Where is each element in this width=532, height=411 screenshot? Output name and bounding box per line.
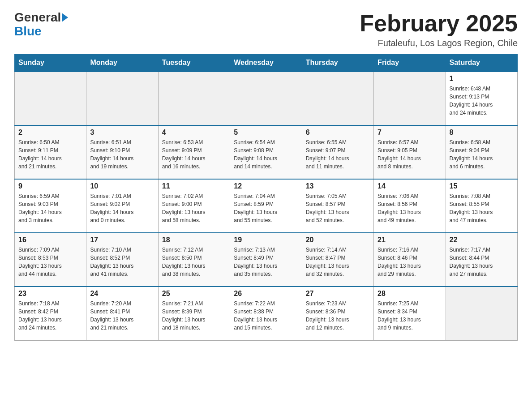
logo-text: General <box>14 11 68 25</box>
day-number: 5 <box>234 128 298 137</box>
calendar-cell: 26Sunrise: 7:22 AM Sunset: 8:38 PM Dayli… <box>230 287 302 340</box>
col-header-thursday: Thursday <box>302 54 373 72</box>
day-number: 20 <box>306 236 370 244</box>
calendar-cell <box>86 72 158 125</box>
calendar-cell: 14Sunrise: 7:06 AM Sunset: 8:56 PM Dayli… <box>374 179 446 233</box>
day-number: 21 <box>378 236 442 244</box>
day-info: Sunrise: 7:16 AM Sunset: 8:46 PM Dayligh… <box>378 246 442 278</box>
day-number: 24 <box>90 290 154 298</box>
day-info: Sunrise: 7:02 AM Sunset: 9:00 PM Dayligh… <box>162 192 226 224</box>
day-number: 14 <box>378 182 442 190</box>
day-info: Sunrise: 7:10 AM Sunset: 8:52 PM Dayligh… <box>90 246 154 278</box>
day-info: Sunrise: 7:18 AM Sunset: 8:42 PM Dayligh… <box>18 300 82 332</box>
day-number: 19 <box>234 236 298 244</box>
calendar-cell: 6Sunrise: 6:55 AM Sunset: 9:07 PM Daylig… <box>302 125 373 179</box>
day-info: Sunrise: 6:50 AM Sunset: 9:11 PM Dayligh… <box>18 138 82 171</box>
calendar-cell: 16Sunrise: 7:09 AM Sunset: 8:53 PM Dayli… <box>15 233 86 287</box>
calendar-cell: 15Sunrise: 7:08 AM Sunset: 8:55 PM Dayli… <box>446 179 517 233</box>
day-number: 15 <box>450 182 514 190</box>
day-info: Sunrise: 7:09 AM Sunset: 8:53 PM Dayligh… <box>18 246 82 278</box>
day-number: 2 <box>18 128 82 137</box>
calendar-week-row: 1Sunrise: 6:48 AM Sunset: 9:13 PM Daylig… <box>15 72 518 125</box>
day-number: 18 <box>162 236 226 244</box>
calendar-cell: 25Sunrise: 7:21 AM Sunset: 8:39 PM Dayli… <box>158 287 230 340</box>
calendar-cell: 2Sunrise: 6:50 AM Sunset: 9:11 PM Daylig… <box>15 125 86 179</box>
day-info: Sunrise: 7:21 AM Sunset: 8:39 PM Dayligh… <box>162 300 226 332</box>
calendar-cell <box>446 287 517 340</box>
calendar-week-row: 16Sunrise: 7:09 AM Sunset: 8:53 PM Dayli… <box>15 233 518 287</box>
calendar-cell: 13Sunrise: 7:05 AM Sunset: 8:57 PM Dayli… <box>302 179 373 233</box>
month-title: February 2025 <box>360 11 518 36</box>
day-info: Sunrise: 7:22 AM Sunset: 8:38 PM Dayligh… <box>234 300 298 332</box>
logo-subtext: Blue <box>14 25 42 39</box>
day-info: Sunrise: 6:53 AM Sunset: 9:09 PM Dayligh… <box>162 138 226 171</box>
calendar-cell: 24Sunrise: 7:20 AM Sunset: 8:41 PM Dayli… <box>86 287 158 340</box>
day-number: 17 <box>90 236 154 244</box>
day-info: Sunrise: 6:59 AM Sunset: 9:03 PM Dayligh… <box>18 192 82 224</box>
day-info: Sunrise: 6:48 AM Sunset: 9:13 PM Dayligh… <box>450 85 514 117</box>
day-info: Sunrise: 7:08 AM Sunset: 8:55 PM Dayligh… <box>450 192 514 224</box>
day-info: Sunrise: 7:01 AM Sunset: 9:02 PM Dayligh… <box>90 192 154 224</box>
day-info: Sunrise: 7:17 AM Sunset: 8:44 PM Dayligh… <box>450 246 514 278</box>
day-info: Sunrise: 7:23 AM Sunset: 8:36 PM Dayligh… <box>306 300 370 332</box>
calendar-cell <box>230 72 302 125</box>
calendar-cell: 1Sunrise: 6:48 AM Sunset: 9:13 PM Daylig… <box>446 72 517 125</box>
calendar-table: SundayMondayTuesdayWednesdayThursdayFrid… <box>14 54 518 341</box>
col-header-tuesday: Tuesday <box>158 54 230 72</box>
day-info: Sunrise: 6:55 AM Sunset: 9:07 PM Dayligh… <box>306 138 370 171</box>
calendar-cell: 23Sunrise: 7:18 AM Sunset: 8:42 PM Dayli… <box>15 287 86 340</box>
calendar-cell: 21Sunrise: 7:16 AM Sunset: 8:46 PM Dayli… <box>374 233 446 287</box>
calendar-cell <box>15 72 86 125</box>
day-number: 27 <box>306 290 370 298</box>
day-number: 7 <box>378 128 442 137</box>
col-header-wednesday: Wednesday <box>230 54 302 72</box>
calendar-week-row: 2Sunrise: 6:50 AM Sunset: 9:11 PM Daylig… <box>15 125 518 179</box>
calendar-cell: 22Sunrise: 7:17 AM Sunset: 8:44 PM Dayli… <box>446 233 517 287</box>
calendar-cell: 18Sunrise: 7:12 AM Sunset: 8:50 PM Dayli… <box>158 233 230 287</box>
calendar-cell: 12Sunrise: 7:04 AM Sunset: 8:59 PM Dayli… <box>230 179 302 233</box>
day-info: Sunrise: 7:20 AM Sunset: 8:41 PM Dayligh… <box>90 300 154 332</box>
calendar-cell: 8Sunrise: 6:58 AM Sunset: 9:04 PM Daylig… <box>446 125 517 179</box>
day-number: 8 <box>450 128 514 137</box>
calendar-cell: 3Sunrise: 6:51 AM Sunset: 9:10 PM Daylig… <box>86 125 158 179</box>
calendar-cell <box>158 72 230 125</box>
day-number: 9 <box>18 182 82 190</box>
calendar-cell: 10Sunrise: 7:01 AM Sunset: 9:02 PM Dayli… <box>86 179 158 233</box>
calendar-cell: 19Sunrise: 7:13 AM Sunset: 8:49 PM Dayli… <box>230 233 302 287</box>
day-info: Sunrise: 7:06 AM Sunset: 8:56 PM Dayligh… <box>378 192 442 224</box>
day-number: 12 <box>234 182 298 190</box>
col-header-monday: Monday <box>86 54 158 72</box>
day-info: Sunrise: 7:04 AM Sunset: 8:59 PM Dayligh… <box>234 192 298 224</box>
day-number: 26 <box>234 290 298 298</box>
calendar-cell: 4Sunrise: 6:53 AM Sunset: 9:09 PM Daylig… <box>158 125 230 179</box>
day-info: Sunrise: 7:05 AM Sunset: 8:57 PM Dayligh… <box>306 192 370 224</box>
page-header: General Blue February 2025 Futaleufu, Lo… <box>14 11 518 48</box>
day-info: Sunrise: 6:57 AM Sunset: 9:05 PM Dayligh… <box>378 138 442 171</box>
day-info: Sunrise: 6:58 AM Sunset: 9:04 PM Dayligh… <box>450 138 514 171</box>
calendar-cell: 28Sunrise: 7:25 AM Sunset: 8:34 PM Dayli… <box>374 287 446 340</box>
day-number: 3 <box>90 128 154 137</box>
col-header-saturday: Saturday <box>446 54 517 72</box>
day-number: 1 <box>450 75 514 83</box>
logo: General Blue <box>14 11 68 39</box>
calendar-cell: 5Sunrise: 6:54 AM Sunset: 9:08 PM Daylig… <box>230 125 302 179</box>
day-info: Sunrise: 7:25 AM Sunset: 8:34 PM Dayligh… <box>378 300 442 332</box>
calendar-cell <box>302 72 373 125</box>
day-number: 10 <box>90 182 154 190</box>
calendar-cell: 20Sunrise: 7:14 AM Sunset: 8:47 PM Dayli… <box>302 233 373 287</box>
calendar-cell: 9Sunrise: 6:59 AM Sunset: 9:03 PM Daylig… <box>15 179 86 233</box>
day-info: Sunrise: 6:51 AM Sunset: 9:10 PM Dayligh… <box>90 138 154 171</box>
day-number: 11 <box>162 182 226 190</box>
calendar-cell: 7Sunrise: 6:57 AM Sunset: 9:05 PM Daylig… <box>374 125 446 179</box>
col-header-sunday: Sunday <box>15 54 86 72</box>
day-number: 6 <box>306 128 370 137</box>
calendar-header-row: SundayMondayTuesdayWednesdayThursdayFrid… <box>15 54 518 72</box>
calendar-cell: 11Sunrise: 7:02 AM Sunset: 9:00 PM Dayli… <box>158 179 230 233</box>
title-block: February 2025 Futaleufu, Los Lagos Regio… <box>360 11 518 48</box>
day-number: 4 <box>162 128 226 137</box>
calendar-cell <box>374 72 446 125</box>
day-number: 23 <box>18 290 82 298</box>
col-header-friday: Friday <box>374 54 446 72</box>
day-info: Sunrise: 7:13 AM Sunset: 8:49 PM Dayligh… <box>234 246 298 278</box>
day-info: Sunrise: 7:12 AM Sunset: 8:50 PM Dayligh… <box>162 246 226 278</box>
